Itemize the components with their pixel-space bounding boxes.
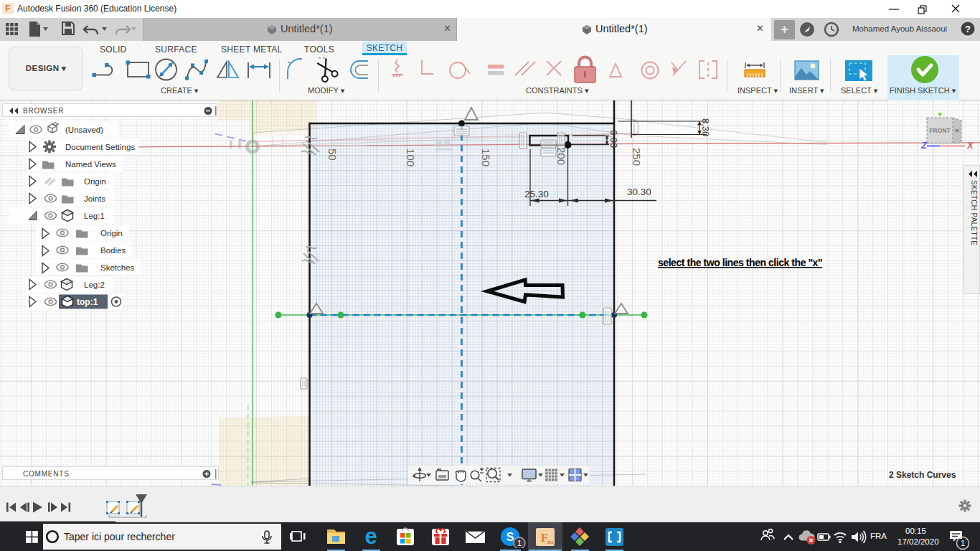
svg-text:360: 360: [547, 540, 554, 545]
svg-text:6.00: 6.00: [608, 130, 619, 148]
svg-text:Leg:2: Leg:2: [84, 281, 105, 289]
svg-text:S: S: [507, 531, 514, 543]
svg-text:100: 100: [405, 149, 417, 166]
svg-text:Joints: Joints: [84, 194, 105, 203]
svg-text:Z: Z: [920, 140, 928, 151]
svg-text:50: 50: [326, 149, 339, 161]
svg-text:?: ?: [965, 24, 971, 34]
svg-text:FRONT: FRONT: [929, 127, 951, 134]
svg-text:Leg:1: Leg:1: [84, 212, 105, 220]
svg-text:top:1: top:1: [77, 297, 98, 307]
svg-text:8.30: 8.30: [700, 118, 711, 136]
svg-text:Named Views: Named Views: [65, 160, 116, 169]
svg-text:30.30: 30.30: [627, 187, 651, 197]
svg-text:150: 150: [480, 149, 492, 166]
svg-text:Sketches: Sketches: [100, 263, 135, 272]
svg-text:X: X: [966, 140, 974, 151]
svg-text:Document Settings: Document Settings: [65, 143, 135, 151]
svg-text:e: e: [364, 527, 377, 548]
svg-text:250: 250: [631, 148, 643, 166]
svg-text:1: 1: [517, 539, 522, 547]
svg-text:Origin: Origin: [100, 229, 123, 237]
svg-text:(Unsaved): (Unsaved): [65, 126, 103, 134]
svg-text:select the two lines then clic: select the two lines then click the "x": [658, 257, 822, 268]
svg-text:25.30: 25.30: [524, 189, 549, 199]
svg-text:200: 200: [555, 147, 567, 165]
svg-text:Bodies: Bodies: [100, 246, 126, 255]
svg-text:Origin: Origin: [84, 177, 106, 186]
svg-text:1: 1: [961, 539, 965, 547]
